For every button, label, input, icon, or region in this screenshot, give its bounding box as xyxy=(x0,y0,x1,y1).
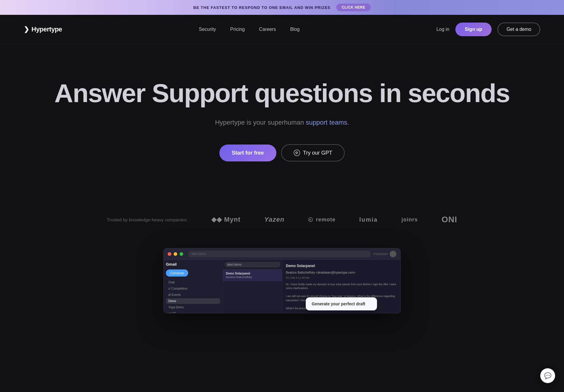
gmail-nav-chat[interactable]: Chat xyxy=(166,280,220,285)
gmail-nav-yoga[interactable]: Yoga Demo xyxy=(166,304,220,310)
email-list: Demo Solarpanel Beatrice Baltscheffsky xyxy=(223,260,282,313)
gmail-label: Gmail xyxy=(166,262,177,266)
nav-link-security[interactable]: Security xyxy=(199,27,216,32)
hero-subtitle-highlight: support teams. xyxy=(306,119,349,126)
hero-section: Answer Support questions in seconds Hype… xyxy=(0,44,564,209)
generate-draft-card: Generate your perfect draft xyxy=(306,297,377,310)
gmail-nav-demo[interactable]: Demo xyxy=(166,298,220,304)
logo-icon: ❯ xyxy=(24,26,29,33)
logo-lumia: lumia xyxy=(359,216,378,223)
logo-remote: R remote xyxy=(308,217,335,223)
trusted-logos: ◆◆ Mynt Yazen R remote lumia joinrs ONI xyxy=(211,215,457,224)
email-subject-header: Demo Solarpanel xyxy=(286,263,397,269)
email-date: Fri, Feb 3 11:40 AM xyxy=(286,276,397,280)
email-list-item-demo[interactable]: Demo Solarpanel Beatrice Baltscheffsky xyxy=(223,269,282,281)
email-sender-name: Demo Solarpanel xyxy=(226,272,279,275)
nav-link-blog[interactable]: Blog xyxy=(290,27,300,32)
email-subject-preview: Beatrice Baltscheffsky xyxy=(226,276,279,279)
trusted-label: Trusted by knowledge-heavy companies: xyxy=(107,217,188,222)
banner-text: BE THE FASTEST TO RESPOND TO ONE EMAIL A… xyxy=(193,5,330,10)
nav-link-careers[interactable]: Careers xyxy=(259,27,276,32)
logo-oni: ONI xyxy=(441,215,457,224)
browser-url: label:demo xyxy=(191,252,206,255)
app-preview-section: label:demo >Hypertype Gmail Compose Chat xyxy=(0,242,564,319)
gmail-nav-events[interactable]: d/ Events xyxy=(166,292,220,298)
browser-toolbar: label:demo >Hypertype xyxy=(164,248,400,260)
compose-label: Compose xyxy=(170,271,184,275)
try-gpt-button[interactable]: ⚙ Try our GPT xyxy=(281,144,345,161)
chat-icon: 💬 xyxy=(544,372,552,379)
email-search-input[interactable] xyxy=(225,262,280,267)
browser-extension-label: >Hypertype xyxy=(373,252,388,255)
generate-draft-label: Generate your perfect draft xyxy=(312,301,365,306)
nav-actions: Log in Sign up Get a demo xyxy=(436,23,540,36)
hero-title: Answer Support questions in seconds xyxy=(12,80,552,107)
browser-dot-yellow xyxy=(174,252,177,256)
hero-buttons: Start for free ⚙ Try our GPT xyxy=(12,144,552,161)
browser-dot-green xyxy=(180,252,183,256)
browser-dot-red xyxy=(168,252,171,256)
top-banner: BE THE FASTEST TO RESPOND TO ONE EMAIL A… xyxy=(0,0,564,15)
hero-subtitle: Hypertype is your superhuman support tea… xyxy=(12,119,552,126)
logo-yazen: Yazen xyxy=(264,216,284,223)
gmail-nav-hr[interactable]: a/ HR xyxy=(166,311,220,313)
email-search xyxy=(223,260,282,269)
logo-joinrs: joinrs xyxy=(401,217,418,223)
logo[interactable]: ❯ Hypertype xyxy=(24,26,62,33)
gmail-nav-competitors[interactable]: c/ Competitors xyxy=(166,286,220,291)
gmail-sidebar: Gmail Compose Chat c/ Competitors d/ Eve… xyxy=(164,260,223,313)
start-free-button[interactable]: Start for free xyxy=(219,145,276,161)
get-demo-button[interactable]: Get a demo xyxy=(498,23,540,36)
gpt-icon: ⚙ xyxy=(294,150,300,156)
email-from-address: Beatrice Baltscheffsky <dealsteam@hypert… xyxy=(286,270,397,275)
nav-links: Security Pricing Careers Blog xyxy=(199,27,300,32)
signup-button[interactable]: Sign up xyxy=(455,23,492,36)
nav-link-pricing[interactable]: Pricing xyxy=(230,27,245,32)
compose-button[interactable]: Compose xyxy=(166,269,188,277)
login-button[interactable]: Log in xyxy=(436,27,449,32)
logo-text: Hypertype xyxy=(31,26,62,33)
trusted-section: Trusted by knowledge-heavy companies: ◆◆… xyxy=(0,209,564,242)
logo-mynt: ◆◆ Mynt xyxy=(211,216,240,223)
navbar: ❯ Hypertype Security Pricing Careers Blo… xyxy=(0,15,564,44)
try-gpt-label: Try our GPT xyxy=(303,150,332,156)
chat-widget-button[interactable]: 💬 xyxy=(540,368,555,383)
user-avatar xyxy=(390,251,396,257)
hero-title-text: Answer Support questions in seconds xyxy=(54,78,510,108)
banner-click-here-button[interactable]: CLICK HERE xyxy=(336,4,370,11)
svg-text:R: R xyxy=(309,218,312,221)
